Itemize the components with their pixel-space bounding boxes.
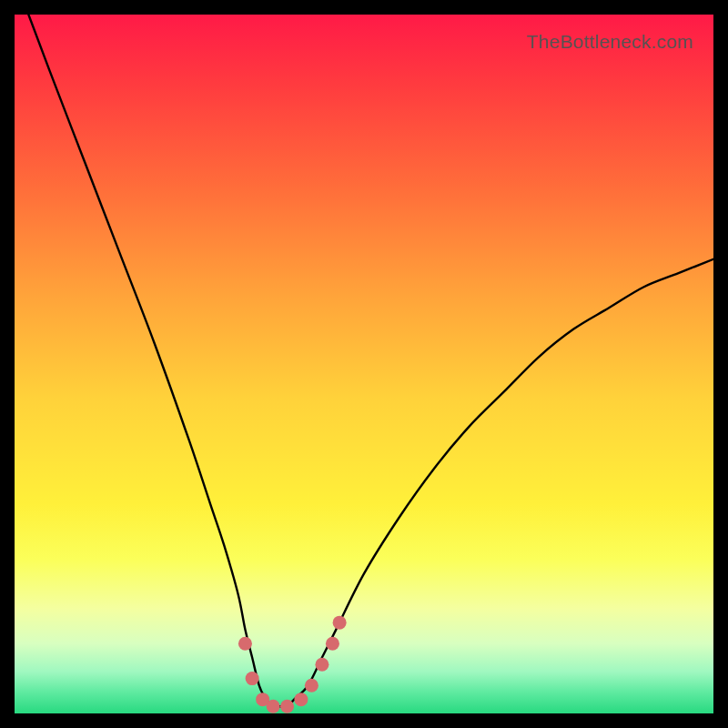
- watermark-text: TheBottleneck.com: [527, 31, 693, 53]
- chart-frame: TheBottleneck.com: [0, 0, 728, 728]
- highlight-dot: [267, 700, 280, 713]
- plot-area: TheBottleneck.com: [15, 15, 713, 713]
- main-curve: [28, 15, 713, 707]
- highlight-dot: [333, 616, 347, 630]
- highlight-dot: [315, 658, 329, 672]
- highlight-dot: [238, 637, 252, 651]
- highlight-dot: [305, 679, 318, 693]
- highlight-dot: [294, 693, 308, 706]
- curve-layer: [15, 15, 713, 713]
- highlight-dot: [246, 672, 259, 685]
- highlight-dot: [280, 700, 294, 713]
- highlight-dot: [326, 637, 339, 651]
